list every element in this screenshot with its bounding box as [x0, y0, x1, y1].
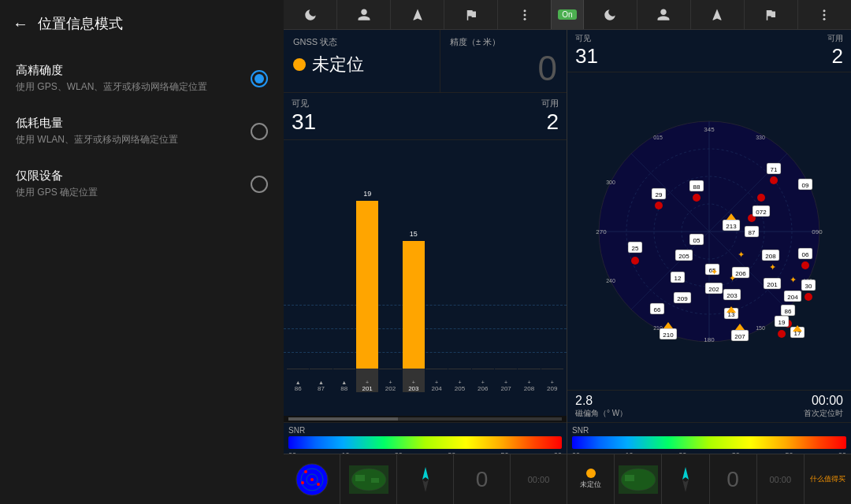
first-fix-label: 首次定位时 — [804, 408, 843, 419]
thumb-map-right[interactable] — [615, 454, 662, 504]
svg-text:330: 330 — [756, 135, 765, 140]
svg-text:270: 270 — [596, 228, 607, 235]
svg-point-10 — [304, 470, 307, 473]
svg-text:202: 202 — [708, 286, 719, 293]
radio-device-only[interactable] — [251, 176, 268, 193]
tb-more-left[interactable] — [498, 0, 551, 29]
snr-label-right: SNR — [572, 426, 589, 435]
sat-id-208: +208 — [518, 369, 540, 392]
radar-container: 345 090 180 270 330 060 120 150 210 240 … — [567, 72, 851, 390]
tb-arrow-left[interactable] — [391, 0, 444, 29]
option-high-accuracy[interactable]: 高精确度 使用 GPS、WLAN、蓝牙或移动网络确定位置 — [0, 52, 284, 105]
radar-available-label: 可用 — [827, 33, 843, 44]
sat-visible: 可见 31 — [292, 98, 316, 135]
svg-text:203: 203 — [727, 292, 738, 299]
back-button[interactable]: ← — [13, 15, 28, 33]
svg-text:06: 06 — [802, 251, 809, 258]
option-device-only[interactable]: 仅限设备 使用 GPS 确定位置 — [0, 158, 284, 210]
radar-footer: 2.8 磁偏角（° W） 00:00 首次定位时 — [567, 390, 851, 422]
thumb-zero-right[interactable]: 0 — [710, 454, 757, 504]
svg-text:204: 204 — [787, 294, 798, 301]
zero-value-right: 0 — [727, 467, 739, 492]
tb-more-right[interactable] — [798, 0, 851, 29]
right-panel: On — [284, 0, 851, 504]
radio-low-power[interactable] — [251, 123, 268, 140]
svg-point-66 — [801, 261, 809, 269]
sat-count-row: 可见 31 可用 2 — [284, 93, 567, 140]
tb-person-right[interactable] — [637, 0, 691, 29]
radar-available-value: 2 — [827, 44, 843, 69]
radar-stat-visible: 可见 31 — [575, 33, 598, 69]
snr-bar-gradient-right — [572, 436, 846, 449]
sat-id-206: +206 — [472, 369, 494, 392]
sat-id-209: +209 — [541, 369, 563, 392]
sat-available-label: 可用 — [541, 98, 559, 109]
svg-text:208: 208 — [765, 253, 776, 260]
sat-id-202: +202 — [379, 369, 401, 392]
thumb-compass-right[interactable] — [662, 454, 709, 504]
scroll-indicator[interactable] — [288, 417, 562, 421]
sat-visible-label: 可见 — [292, 98, 316, 109]
svg-text:207: 207 — [734, 333, 745, 340]
option-text-2: 低耗电量 使用 WLAN、蓝牙或移动网络确定位置 — [16, 116, 251, 146]
snr-bar-right: SNR 00 10 20 30 50 99 — [567, 422, 851, 454]
gnss-value: 未定位 — [293, 53, 430, 76]
toolbar-left — [284, 0, 552, 29]
thumb-map-left[interactable] — [340, 454, 397, 504]
svg-rect-117 — [625, 475, 634, 481]
brand-text: 什么值得买 — [810, 475, 845, 484]
left-header: ← 位置信息模式 — [0, 8, 284, 39]
accuracy-box: 精度（± 米） 0 — [440, 30, 567, 92]
sat-visible-number: 31 — [292, 109, 316, 135]
thumb-brand[interactable]: 什么值得买 — [805, 454, 851, 504]
sat-id-204: +204 — [426, 369, 448, 392]
svg-text:213: 213 — [726, 223, 737, 230]
svg-point-12 — [301, 481, 304, 484]
tb-moon-right[interactable] — [584, 0, 637, 29]
svg-rect-15 — [355, 475, 365, 481]
option-low-power[interactable]: 低耗电量 使用 WLAN、蓝牙或移动网络确定位置 — [0, 105, 284, 158]
bottom-thumbs-right: 未定位 — [567, 454, 851, 504]
thumb-time-right[interactable]: 00:00 — [757, 454, 805, 504]
gnss-label: GNSS 状态 — [293, 36, 430, 48]
svg-text:072: 072 — [756, 209, 767, 216]
sat-id-86: ▲86 — [287, 369, 309, 392]
radar-visible-label: 可见 — [575, 33, 598, 44]
magnetic-angle-value: 2.8 — [575, 394, 627, 408]
bar-wrap-207: +207 — [495, 140, 517, 392]
svg-marker-118 — [682, 467, 689, 480]
thumb-radar-left[interactable] — [284, 454, 340, 504]
thumb-time-left[interactable]: 00:00 — [511, 454, 567, 504]
thumb-compass-left[interactable] — [397, 454, 454, 504]
tb-flag-right[interactable] — [745, 0, 798, 29]
tb-person-left[interactable] — [337, 0, 391, 29]
sat-available: 可用 2 — [541, 98, 559, 135]
thumb-zero-left[interactable]: 0 — [454, 454, 511, 504]
svg-text:201: 201 — [767, 281, 778, 288]
option-desc-3: 使用 GPS 确定位置 — [16, 186, 251, 199]
sat-id-207: +207 — [495, 369, 517, 392]
thumb-status-right[interactable]: 未定位 — [567, 454, 615, 504]
scroll-thumb — [288, 417, 398, 421]
svg-text:345: 345 — [704, 126, 715, 133]
svg-marker-18 — [422, 480, 429, 492]
svg-text:29: 29 — [656, 191, 663, 198]
time-value-right: 00:00 — [770, 475, 792, 484]
svg-rect-16 — [371, 478, 379, 483]
svg-text:19: 19 — [779, 319, 786, 326]
radio-high-accuracy[interactable] — [251, 70, 268, 87]
snr-bar-container: SNR 00 10 20 30 50 99 — [284, 422, 567, 454]
tb-moon-left[interactable] — [284, 0, 337, 29]
tb-arrow-right[interactable] — [691, 0, 745, 29]
bar-wrap-204: +204 — [426, 140, 448, 392]
svg-text:✦: ✦ — [769, 262, 776, 272]
gps-right-column: 可见 31 可用 2 — [567, 30, 851, 504]
sat-id-88: ▲88 — [333, 369, 355, 392]
svg-point-63 — [757, 194, 765, 202]
gnss-text: 未定位 — [312, 53, 364, 76]
svg-point-101 — [778, 330, 786, 338]
bar-wrap-86: ▲86 — [287, 140, 309, 392]
svg-text:12: 12 — [674, 275, 682, 282]
tb-flag-left[interactable] — [444, 0, 498, 29]
bar-wrap-209: +209 — [541, 140, 563, 392]
